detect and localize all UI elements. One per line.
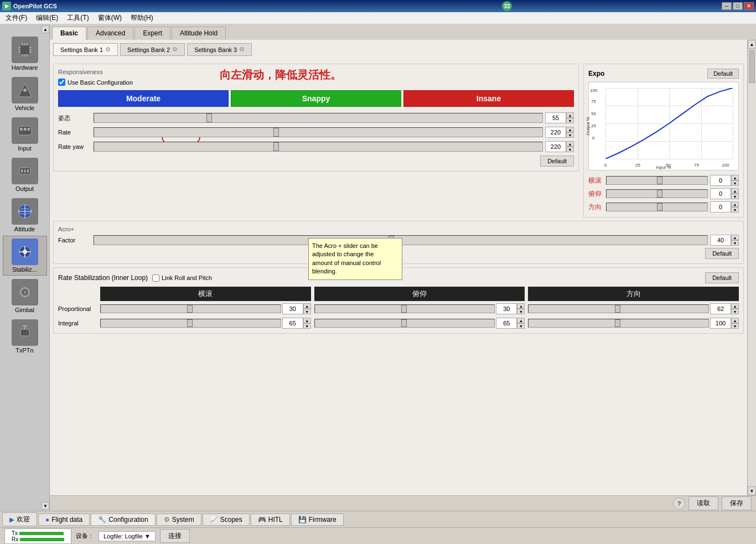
rate-integral-up-pitch[interactable]: ▲ — [517, 318, 525, 323]
preset-snappy-btn[interactable]: Snappy — [231, 90, 401, 107]
tab-advanced[interactable]: Advanced — [87, 27, 133, 40]
rate-integral-down-yaw[interactable]: ▼ — [731, 323, 739, 329]
expo-spinner-down-yaw[interactable]: ▼ — [731, 207, 739, 213]
rate-prop-track-pitch[interactable] — [314, 304, 495, 313]
rate-default-btn[interactable]: Default — [705, 272, 739, 283]
menu-tools[interactable]: 工具(T) — [64, 12, 92, 24]
menu-file[interactable]: 文件(F) — [2, 12, 30, 24]
expo-slider-thumb-yaw[interactable] — [657, 203, 662, 211]
rate-integral-up-yaw[interactable]: ▲ — [731, 318, 739, 323]
preset-insane-btn[interactable]: Insane — [403, 90, 574, 107]
use-basic-config-checkbox[interactable] — [58, 79, 65, 86]
slider-thumb-rate-yaw[interactable] — [273, 142, 279, 151]
sidebar-item-gimbal[interactable]: Gimbal — [3, 276, 47, 316]
bottom-tab-firmware[interactable]: 💾 Firmware — [291, 514, 344, 526]
spinner-down-rate[interactable]: ▼ — [566, 132, 574, 138]
expo-spinner-input-roll[interactable] — [710, 175, 731, 186]
rate-integral-input-roll[interactable] — [282, 318, 303, 329]
rate-prop-up-roll[interactable]: ▲ — [303, 303, 311, 309]
expo-slider-track-pitch[interactable] — [606, 189, 708, 198]
expo-spinner-up-roll[interactable]: ▲ — [731, 175, 739, 180]
spinner-input-rate[interactable] — [545, 127, 566, 138]
acro-default-btn[interactable]: Default — [705, 248, 739, 259]
sidebar-item-hardware[interactable]: Hardware — [3, 34, 47, 74]
sidebar-item-stabilize[interactable]: Stabiliz... — [3, 236, 47, 276]
bottom-tab-hitl[interactable]: 🎮 HITL — [251, 514, 290, 526]
spinner-input-attitude[interactable] — [545, 112, 566, 123]
rate-integral-down-roll[interactable]: ▼ — [303, 323, 311, 329]
slider-track-rate[interactable] — [94, 127, 543, 137]
acro-spinner-input[interactable] — [710, 235, 731, 246]
help-btn[interactable]: ? — [673, 498, 685, 510]
sidebar-item-txptn[interactable]: TxPTn — [3, 317, 47, 356]
acro-spinner-down[interactable]: ▼ — [731, 240, 739, 246]
rate-prop-input-roll[interactable] — [282, 303, 303, 314]
sidebar-item-output[interactable]: Output — [3, 155, 47, 195]
expo-slider-thumb-roll[interactable] — [657, 177, 662, 184]
vscrollbar-track[interactable] — [748, 49, 756, 486]
acro-spinner-up[interactable]: ▲ — [731, 235, 739, 240]
sidebar-scroll-up[interactable]: ▲ — [42, 25, 49, 33]
rate-integral-input-yaw[interactable] — [710, 318, 731, 329]
close-button[interactable]: ✕ — [744, 2, 754, 10]
bank-tab-3[interactable]: Settings Bank 3 ⚙ — [187, 43, 252, 56]
slider-thumb-attitude[interactable] — [206, 113, 212, 122]
rate-prop-thumb-roll[interactable] — [187, 305, 193, 313]
bottom-tab-flight-data[interactable]: ● Flight data — [38, 514, 90, 526]
expo-spinner-down-pitch[interactable]: ▼ — [731, 194, 739, 199]
expo-spinner-input-pitch[interactable] — [710, 188, 731, 199]
rate-prop-input-yaw[interactable] — [710, 303, 731, 314]
expo-default-btn[interactable]: Default — [707, 69, 739, 79]
link-roll-pitch-checkbox[interactable] — [152, 274, 159, 282]
tab-altitude-hold[interactable]: Altitude Hold — [172, 27, 226, 40]
bottom-tab-welcome[interactable]: ▶ 欢迎 — [2, 512, 37, 526]
bank-tab-2[interactable]: Settings Bank 2 ⚙ — [120, 43, 185, 56]
rate-prop-track-yaw[interactable] — [528, 304, 709, 313]
read-btn[interactable]: 读取 — [688, 496, 718, 510]
rate-prop-down-pitch[interactable]: ▼ — [517, 309, 525, 314]
sidebar-item-input[interactable]: Input — [3, 115, 47, 154]
rate-integral-thumb-yaw[interactable] — [615, 319, 620, 327]
sidebar-item-attitude[interactable]: Attitude — [3, 195, 47, 235]
rate-integral-thumb-roll[interactable] — [187, 319, 193, 327]
rate-prop-up-yaw[interactable]: ▲ — [731, 303, 739, 309]
expo-slider-track-yaw[interactable] — [606, 203, 708, 211]
expo-spinner-up-pitch[interactable]: ▲ — [731, 188, 739, 194]
expo-spinner-down-roll[interactable]: ▼ — [731, 180, 739, 186]
expo-slider-thumb-pitch[interactable] — [657, 190, 662, 198]
spinner-up-rate-yaw[interactable]: ▲ — [566, 141, 574, 147]
rate-prop-input-pitch[interactable] — [496, 303, 517, 314]
rate-prop-down-yaw[interactable]: ▼ — [731, 309, 739, 314]
tab-expert[interactable]: Expert — [134, 27, 170, 40]
tab-basic[interactable]: Basic — [52, 27, 86, 40]
rate-integral-track-pitch[interactable] — [314, 319, 495, 328]
expo-spinner-input-yaw[interactable] — [710, 201, 731, 213]
minimize-button[interactable]: ─ — [722, 2, 732, 10]
responsiveness-default-btn[interactable]: Default — [540, 156, 574, 167]
bottom-tab-scopes[interactable]: 📈 Scopes — [203, 514, 250, 526]
rate-prop-up-pitch[interactable]: ▲ — [517, 303, 525, 309]
spinner-down-attitude[interactable]: ▼ — [566, 118, 574, 123]
save-btn[interactable]: 保存 — [722, 496, 752, 510]
connect-btn[interactable]: 连接 — [160, 529, 190, 543]
spinner-up-rate[interactable]: ▲ — [566, 127, 574, 132]
menu-help[interactable]: 帮助(H) — [127, 12, 157, 24]
vscrollbar-up-btn[interactable]: ▲ — [748, 40, 756, 49]
preset-moderate-btn[interactable]: Moderate — [58, 90, 229, 107]
rate-prop-thumb-yaw[interactable] — [615, 305, 620, 313]
rate-prop-thumb-pitch[interactable] — [401, 305, 407, 313]
rate-integral-down-pitch[interactable]: ▼ — [517, 323, 525, 329]
vscrollbar-down-btn[interactable]: ▼ — [748, 486, 756, 495]
expo-slider-track-roll[interactable] — [606, 176, 708, 185]
rate-prop-track-roll[interactable] — [100, 304, 281, 313]
slider-track-rate-yaw[interactable] — [94, 142, 543, 152]
sidebar-item-vehicle[interactable]: Vehicle — [3, 74, 47, 114]
spinner-input-rate-yaw[interactable] — [545, 141, 566, 152]
rate-integral-input-pitch[interactable] — [496, 318, 517, 329]
rate-prop-down-roll[interactable]: ▼ — [303, 309, 311, 314]
device-dropdown-icon[interactable]: ▼ — [144, 533, 151, 540]
slider-thumb-rate[interactable] — [273, 128, 279, 137]
rate-integral-track-yaw[interactable] — [528, 319, 709, 328]
maximize-button[interactable]: □ — [733, 2, 743, 10]
sidebar-scroll-down[interactable]: ▼ — [42, 502, 49, 510]
